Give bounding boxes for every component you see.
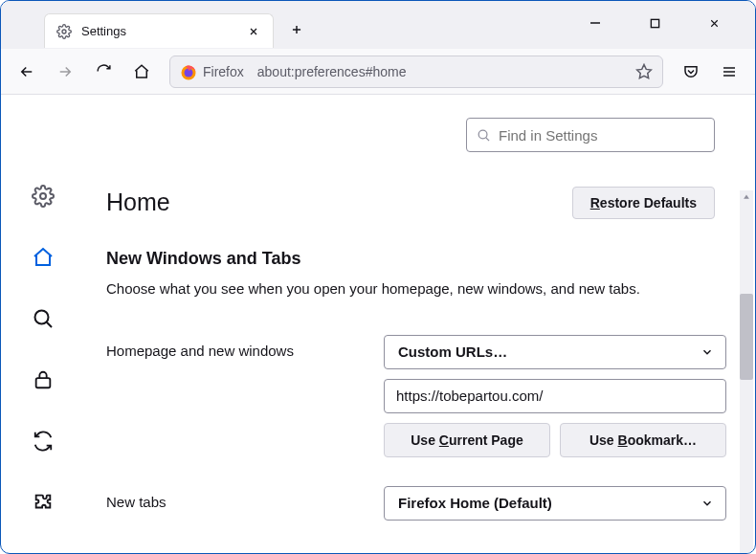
- url-path: about:preferences#home: [257, 64, 628, 79]
- use-current-page-button[interactable]: Use Current Page: [384, 423, 550, 457]
- use-bookmark-button[interactable]: Use Bookmark…: [560, 423, 726, 457]
- newtabs-select-value: Firefox Home (Default): [398, 495, 552, 511]
- app-menu-button[interactable]: [713, 55, 745, 88]
- minimize-button[interactable]: [579, 9, 611, 37]
- titlebar: Settings: [1, 1, 755, 49]
- restore-defaults-button[interactable]: Restore Defaults: [572, 187, 715, 219]
- homepage-label: Homepage and new windows: [106, 335, 365, 359]
- homepage-select-value: Custom URLs…: [398, 343, 507, 360]
- svg-rect-7: [36, 378, 51, 388]
- url-bar[interactable]: Firefox about:preferences#home: [169, 55, 663, 88]
- chevron-down-icon: [700, 345, 714, 359]
- svg-rect-1: [651, 19, 658, 27]
- scrollbar-up-icon[interactable]: [740, 190, 753, 204]
- section-description: Choose what you see when you open your h…: [106, 278, 726, 300]
- home-button[interactable]: [125, 55, 158, 88]
- scrollbar-thumb[interactable]: [740, 294, 753, 380]
- homepage-url-input[interactable]: [384, 379, 726, 413]
- settings-search-input[interactable]: [499, 127, 704, 144]
- svg-point-5: [40, 193, 46, 199]
- url-prefix: Firefox: [203, 64, 244, 79]
- newtabs-label: New tabs: [106, 486, 365, 510]
- homepage-row: Homepage and new windows Custom URLs… Us…: [106, 335, 726, 457]
- sidebar-item-sync[interactable]: [26, 424, 60, 458]
- sidebar-item-privacy[interactable]: [26, 363, 60, 397]
- reload-button[interactable]: [87, 55, 120, 88]
- tab-label: Settings: [81, 24, 246, 38]
- homepage-select[interactable]: Custom URLs…: [384, 335, 726, 369]
- svg-point-0: [62, 30, 66, 33]
- bookmark-star-icon[interactable]: [635, 63, 653, 80]
- sidebar: [1, 95, 85, 554]
- newtabs-select[interactable]: Firefox Home (Default): [384, 486, 726, 521]
- search-icon: [477, 128, 491, 143]
- sidebar-item-home[interactable]: [26, 240, 60, 275]
- svg-point-8: [478, 130, 487, 139]
- nav-toolbar: Firefox about:preferences#home: [1, 49, 755, 95]
- pocket-button[interactable]: [675, 55, 707, 88]
- svg-marker-4: [637, 64, 652, 78]
- sidebar-item-search[interactable]: [26, 301, 60, 336]
- back-button[interactable]: [11, 55, 43, 88]
- main-pane: Home Restore Defaults New Windows and Ta…: [85, 95, 755, 554]
- chevron-down-icon: [700, 497, 714, 510]
- new-tab-button[interactable]: [281, 14, 312, 45]
- firefox-icon: [180, 64, 195, 79]
- forward-button[interactable]: [49, 55, 81, 88]
- sidebar-item-extensions[interactable]: [26, 485, 60, 520]
- maximize-button[interactable]: [638, 9, 671, 37]
- content: Home Restore Defaults New Windows and Ta…: [1, 95, 755, 554]
- close-icon[interactable]: [246, 24, 261, 39]
- settings-search[interactable]: [466, 118, 715, 152]
- section-heading: New Windows and Tabs: [106, 249, 726, 269]
- svg-point-6: [35, 311, 49, 324]
- browser-tab[interactable]: Settings: [44, 13, 274, 48]
- newtabs-row: New tabs Firefox Home (Default): [106, 486, 726, 521]
- close-window-button[interactable]: [698, 9, 730, 37]
- gear-icon: [56, 24, 72, 39]
- window-controls: [579, 9, 755, 37]
- sidebar-item-general[interactable]: [26, 179, 60, 213]
